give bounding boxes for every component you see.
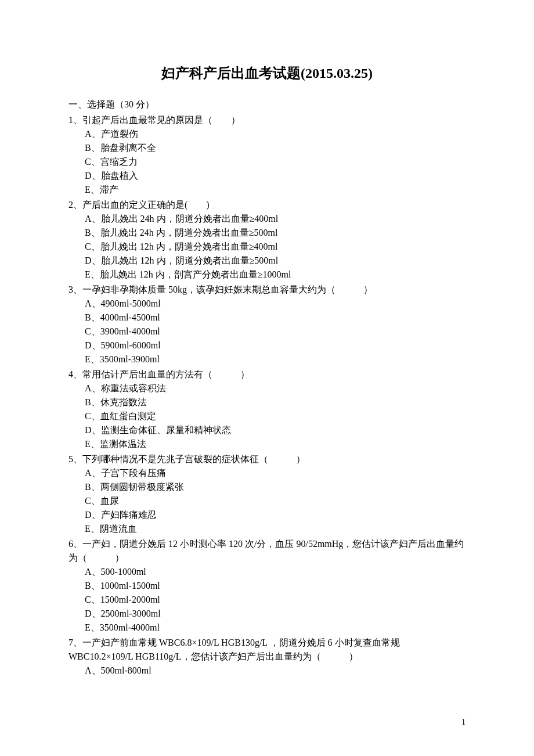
option-a: A、500-1000ml — [68, 565, 466, 579]
option-c: C、1500ml-2000ml — [68, 593, 466, 607]
question-2: 2、产后出血的定义正确的是( ) A、胎儿娩出 24h 内，阴道分娩者出血量≥4… — [68, 198, 466, 282]
option-b: B、4000ml-4500ml — [68, 311, 466, 325]
option-b: B、胎盘剥离不全 — [68, 141, 466, 155]
question-stem: 5、下列哪种情况不是先兆子宫破裂的症状体征（ ） — [68, 452, 466, 466]
option-c: C、胎儿娩出 12h 内，阴道分娩者出血量≥400ml — [68, 240, 466, 254]
option-a: A、产道裂伤 — [68, 127, 466, 141]
option-e: E、3500ml-3900ml — [68, 352, 466, 366]
question-7: 7、一产妇产前血常规 WBC6.8×109/L HGB130g/L ，阴道分娩后… — [68, 636, 466, 678]
question-3: 3、一孕妇非孕期体质量 50kg，该孕妇妊娠末期总血容量大约为（ ） A、490… — [68, 283, 466, 366]
option-a: A、500ml-800ml — [68, 664, 466, 678]
option-c: C、血尿 — [68, 494, 466, 508]
option-d: D、5900ml-6000ml — [68, 339, 466, 352]
option-e: E、胎儿娩出 12h 内，剖宫产分娩者出血量≥1000ml — [68, 268, 466, 282]
question-5: 5、下列哪种情况不是先兆子宫破裂的症状体征（ ） A、子宫下段有压痛 B、两侧圆… — [68, 452, 466, 536]
question-stem: 4、常用估计产后出血量的方法有（ ） — [68, 368, 466, 381]
question-stem: 1、引起产后出血最常见的原因是（ ） — [68, 113, 466, 127]
exam-title: 妇产科产后出血考试题(2015.03.25) — [68, 64, 466, 82]
option-a: A、4900ml-5000ml — [68, 297, 466, 311]
question-stem: 2、产后出血的定义正确的是( ) — [68, 198, 466, 212]
exam-page: 妇产科产后出血考试题(2015.03.25) 一、选择题（30 分） 1、引起产… — [0, 0, 534, 756]
option-e: E、监测体温法 — [68, 437, 466, 451]
option-b: B、两侧圆韧带极度紧张 — [68, 480, 466, 494]
question-6: 6、一产妇，阴道分娩后 12 小时测心率 120 次/分，血压 90/52mmH… — [68, 537, 466, 635]
option-e: E、阴道流血 — [68, 522, 466, 536]
option-b: B、休克指数法 — [68, 395, 466, 409]
option-a: A、称重法或容积法 — [68, 381, 466, 395]
option-c: C、宫缩乏力 — [68, 155, 466, 169]
option-e: E、滞产 — [68, 183, 466, 197]
section-header: 一、选择题（30 分） — [68, 99, 466, 111]
option-c: C、血红蛋白测定 — [68, 409, 466, 423]
option-c: C、3900ml-4000ml — [68, 325, 466, 339]
question-1: 1、引起产后出血最常见的原因是（ ） A、产道裂伤 B、胎盘剥离不全 C、宫缩乏… — [68, 113, 466, 197]
question-stem: 6、一产妇，阴道分娩后 12 小时测心率 120 次/分，血压 90/52mmH… — [68, 537, 466, 565]
page-number: 1 — [461, 718, 466, 727]
option-a: A、子宫下段有压痛 — [68, 466, 466, 480]
option-d: D、2500ml-3000ml — [68, 607, 466, 621]
option-d: D、监测生命体征、尿量和精神状态 — [68, 423, 466, 437]
option-d: D、胎盘植入 — [68, 169, 466, 183]
option-e: E、3500ml-4000ml — [68, 621, 466, 635]
option-b: B、胎儿娩出 24h 内，阴道分娩者出血量≥500ml — [68, 226, 466, 240]
question-stem: 7、一产妇产前血常规 WBC6.8×109/L HGB130g/L ，阴道分娩后… — [68, 636, 466, 664]
question-4: 4、常用估计产后出血量的方法有（ ） A、称重法或容积法 B、休克指数法 C、血… — [68, 368, 466, 451]
question-stem: 3、一孕妇非孕期体质量 50kg，该孕妇妊娠末期总血容量大约为（ ） — [68, 283, 466, 297]
option-d: D、产妇阵痛难忍 — [68, 508, 466, 522]
option-a: A、胎儿娩出 24h 内，阴道分娩者出血量≥400ml — [68, 212, 466, 226]
option-d: D、胎儿娩出 12h 内，阴道分娩者出血量≥500ml — [68, 254, 466, 268]
option-b: B、1000ml-1500ml — [68, 579, 466, 593]
